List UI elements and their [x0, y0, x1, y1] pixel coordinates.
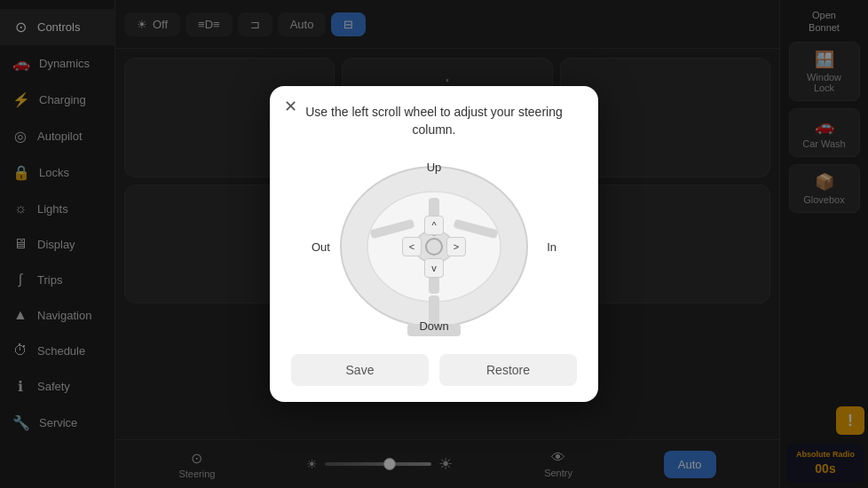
- down-label: Down: [419, 319, 448, 333]
- steering-column-modal: ✕ Use the left scroll wheel to adjust yo…: [270, 86, 598, 401]
- modal-overlay: ✕ Use the left scroll wheel to adjust yo…: [0, 0, 868, 488]
- center-control: [425, 238, 443, 256]
- modal-footer: Save Restore: [291, 354, 577, 386]
- direction-arrows: ^ < > v: [402, 216, 466, 278]
- left-arrow-button[interactable]: <: [402, 237, 422, 256]
- save-button[interactable]: Save: [291, 354, 429, 386]
- up-label: Up: [427, 161, 442, 174]
- up-arrow-button[interactable]: ^: [424, 216, 444, 235]
- steering-diagram: T Up Down Out In ^ < > v: [310, 153, 558, 340]
- out-label: Out: [312, 240, 330, 253]
- in-label: In: [547, 240, 556, 253]
- right-arrow-button[interactable]: >: [446, 237, 466, 256]
- restore-button[interactable]: Restore: [439, 354, 577, 386]
- down-arrow-button[interactable]: v: [424, 258, 444, 278]
- modal-instruction: Use the left scroll wheel to adjust your…: [291, 104, 577, 138]
- modal-close-button[interactable]: ✕: [284, 98, 297, 114]
